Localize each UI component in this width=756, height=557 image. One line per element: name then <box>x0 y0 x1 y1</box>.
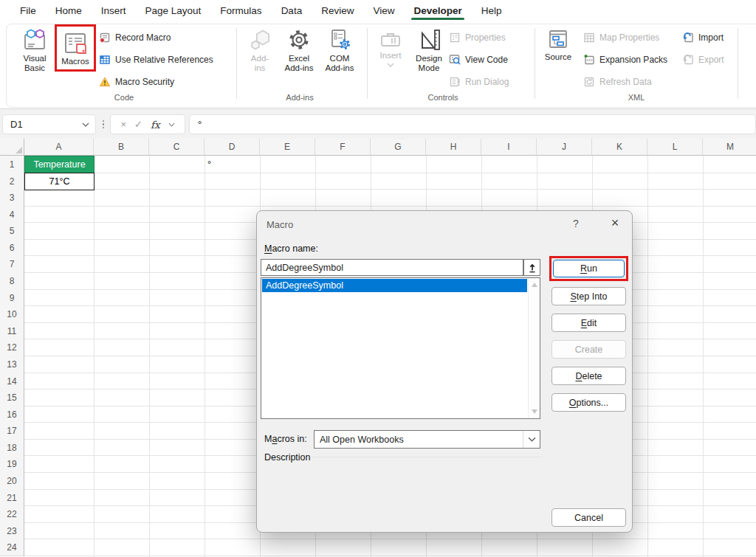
column-header-M[interactable]: M <box>703 139 756 156</box>
row-header-7[interactable]: 7 <box>0 255 24 273</box>
column-header-J[interactable]: J <box>537 139 592 156</box>
delete-button[interactable]: Delete <box>551 367 626 385</box>
visual-basic-button[interactable]: VisualBasic <box>16 28 54 73</box>
tab-help[interactable]: Help <box>472 0 512 22</box>
com-add-ins-button[interactable]: COMAdd-ins <box>322 28 357 73</box>
step-into-button[interactable]: Step Into <box>551 287 626 305</box>
run-button[interactable]: Run <box>553 260 625 277</box>
tab-developer[interactable]: Developer <box>404 0 471 22</box>
row-header-21[interactable]: 21 <box>0 489 24 507</box>
cell-A2[interactable]: 71°C <box>24 173 94 190</box>
collapse-up-button[interactable] <box>523 259 540 276</box>
macros-in-combobox[interactable]: All Open Workbooks <box>314 430 540 449</box>
use-relative-references-button[interactable]: Use Relative References <box>99 52 213 67</box>
column-header-E[interactable]: E <box>260 139 315 156</box>
gridline <box>647 156 648 557</box>
column-header-B[interactable]: B <box>94 139 149 156</box>
macro-name-input[interactable]: AddDegreeSymbol <box>261 259 523 276</box>
list-scrollbar[interactable] <box>528 278 540 418</box>
toolbox-icon <box>379 28 402 49</box>
column-header-D[interactable]: D <box>205 139 260 156</box>
name-box-value: D1 <box>10 119 23 130</box>
map-properties-icon <box>583 32 595 44</box>
row-header-24[interactable]: 24 <box>0 539 24 556</box>
row-header-9[interactable]: 9 <box>0 289 24 307</box>
row-header-2[interactable]: 2 <box>0 173 24 190</box>
formula-buttons: × ✓ fx <box>110 114 185 134</box>
options-button[interactable]: Options... <box>551 393 626 412</box>
cancel-icon[interactable]: × <box>120 119 126 130</box>
column-header-I[interactable]: I <box>481 139 537 156</box>
row-header-20[interactable]: 20 <box>0 472 24 490</box>
row-header-1[interactable]: 1 <box>0 156 24 173</box>
close-icon[interactable]: × <box>608 215 622 231</box>
chevron-down-icon[interactable] <box>523 431 540 448</box>
row-header-14[interactable]: 14 <box>0 373 24 390</box>
record-macro-button[interactable]: Record Macro <box>99 30 171 45</box>
formula-input[interactable]: ° <box>189 114 756 134</box>
tab-review[interactable]: Review <box>312 0 363 22</box>
tab-formulas[interactable]: Formulas <box>210 0 271 22</box>
cell-A1[interactable]: Temperature <box>24 156 94 173</box>
help-icon[interactable]: ? <box>570 218 582 229</box>
edit-button[interactable]: Edit <box>551 314 626 332</box>
enter-check-icon[interactable]: ✓ <box>134 119 142 130</box>
tab-view[interactable]: View <box>363 0 404 22</box>
macros-button[interactable]: Macros <box>61 30 89 66</box>
tab-file[interactable]: File <box>10 0 46 22</box>
column-header-C[interactable]: C <box>149 139 205 156</box>
name-box[interactable]: D1 <box>2 114 96 134</box>
tab-home[interactable]: Home <box>46 0 92 22</box>
column-header-A[interactable]: A <box>24 139 94 156</box>
cancel-button[interactable]: Cancel <box>551 508 626 527</box>
gridline <box>703 156 704 557</box>
design-mode-button[interactable]: DesignMode <box>410 28 447 73</box>
export-button: Export <box>682 52 724 67</box>
row-header-23[interactable]: 23 <box>0 522 24 540</box>
macros-in-value: All Open Workbooks <box>320 435 404 445</box>
row-header-18[interactable]: 18 <box>0 439 24 457</box>
source-icon <box>547 28 569 50</box>
import-button[interactable]: Import <box>682 30 724 45</box>
tab-insert[interactable]: Insert <box>92 0 136 22</box>
row-header-5[interactable]: 5 <box>0 222 24 240</box>
description-divider <box>312 457 540 457</box>
visual-basic-icon <box>22 28 47 52</box>
column-header-L[interactable]: L <box>647 139 703 156</box>
row-header-6[interactable]: 6 <box>0 239 24 257</box>
scroll-up-icon[interactable] <box>532 283 537 287</box>
excel-add-ins-button[interactable]: ExcelAdd-ins <box>281 28 317 73</box>
scroll-down-icon[interactable] <box>532 409 537 414</box>
row-header-8[interactable]: 8 <box>0 272 24 290</box>
row-header-11[interactable]: 11 <box>0 322 24 340</box>
column-header-F[interactable]: F <box>315 139 371 156</box>
row-header-4[interactable]: 4 <box>0 206 24 224</box>
macro-security-button[interactable]: Macro Security <box>99 75 174 89</box>
macro-list[interactable]: AddDegreeSymbol <box>261 277 540 419</box>
row-header-10[interactable]: 10 <box>0 305 24 323</box>
row-header-19[interactable]: 19 <box>0 455 24 473</box>
column-header-H[interactable]: H <box>426 139 481 156</box>
source-button[interactable]: Source <box>542 28 574 62</box>
column-header-G[interactable]: G <box>371 139 426 156</box>
view-code-button[interactable]: View Code <box>449 52 508 67</box>
cell-D1[interactable]: ° <box>205 156 261 173</box>
refresh-data-icon <box>583 76 595 88</box>
row-header-22[interactable]: 22 <box>0 505 24 523</box>
chevron-down-icon[interactable] <box>82 122 89 127</box>
row-header-17[interactable]: 17 <box>0 422 24 440</box>
tab-data[interactable]: Data <box>272 0 312 22</box>
tab-page-layout[interactable]: Page Layout <box>136 0 211 22</box>
column-header-K[interactable]: K <box>592 139 647 156</box>
row-header-16[interactable]: 16 <box>0 406 24 423</box>
row-header-3[interactable]: 3 <box>0 189 24 207</box>
chevron-down-icon[interactable] <box>168 122 175 127</box>
macro-list-item[interactable]: AddDegreeSymbol <box>262 279 527 292</box>
select-all-corner[interactable] <box>0 139 24 156</box>
insert-function-icon[interactable]: fx <box>151 119 160 131</box>
row-header-13[interactable]: 13 <box>0 356 24 373</box>
expansion-packs-button[interactable]: Expansion Packs <box>583 52 667 67</box>
gridline <box>24 556 756 556</box>
row-header-12[interactable]: 12 <box>0 339 24 356</box>
row-header-15[interactable]: 15 <box>0 389 24 406</box>
